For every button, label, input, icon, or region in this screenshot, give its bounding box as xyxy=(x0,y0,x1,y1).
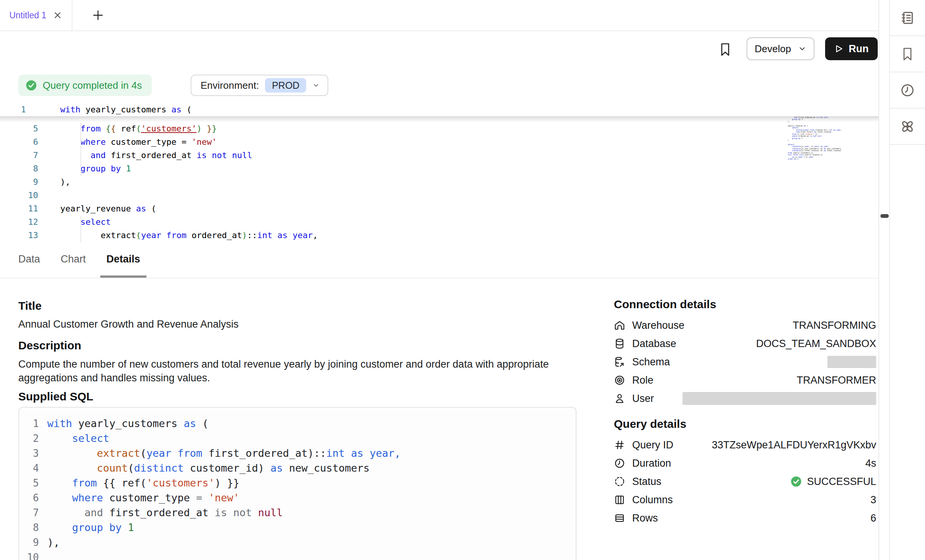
spinner-icon xyxy=(614,475,626,488)
title-value: Annual Customer Growth and Revenue Analy… xyxy=(18,318,239,330)
detail-value-text: 6 xyxy=(870,512,876,524)
detail-value: DOCS_TEAM_SANDBOX xyxy=(756,338,876,350)
tab-chart[interactable]: Chart xyxy=(55,243,92,278)
warehouse-icon xyxy=(614,319,626,331)
detail-value: 4s xyxy=(865,458,876,469)
editor-sticky-line[interactable]: 1with yearly_customers as ( xyxy=(0,103,878,116)
code-line[interactable]: 7 and first_ordered_at is not null xyxy=(0,149,686,162)
connection-detail-row: WarehouseTRANSFORMING xyxy=(614,316,876,334)
code-line[interactable]: 5 from {{ ref('customers') }} xyxy=(0,122,686,135)
bookmark-button[interactable] xyxy=(718,42,732,57)
detail-label: Duration xyxy=(632,458,671,469)
supplied-sql-code: 1with yearly_customers as (2 select3 ext… xyxy=(19,416,576,560)
query-status-banner: Query completed in 4s xyxy=(18,75,152,96)
detail-value-text: 4s xyxy=(865,458,876,469)
notebook-icon xyxy=(900,10,915,26)
duration-icon xyxy=(614,457,626,469)
detail-value: 6 xyxy=(870,512,876,524)
query-detail-row: Columns3 xyxy=(614,491,876,509)
line-number: 5 xyxy=(19,477,39,489)
code-text: extract(year from first_ordered_at)::int… xyxy=(47,447,401,459)
indent-guide xyxy=(80,216,81,243)
success-check-icon xyxy=(790,475,802,488)
environment-selector[interactable]: Environment: PROD xyxy=(191,75,328,96)
sidebar-button-notebook[interactable] xyxy=(890,0,925,36)
database-icon xyxy=(614,338,626,350)
code-line: 6 where customer_type = 'new' xyxy=(19,490,576,505)
run-button[interactable]: Run xyxy=(825,37,878,60)
connection-detail-row: Schema xyxy=(614,353,876,371)
query-status-text: Query completed in 4s xyxy=(43,80,142,91)
develop-dropdown[interactable]: Develop xyxy=(747,37,814,60)
line-number: 11 xyxy=(0,204,38,213)
redacted-value xyxy=(827,356,876,368)
detail-value-text: TRANSFORMING xyxy=(793,320,876,331)
environment-label: Environment: xyxy=(201,80,259,91)
connection-detail-row: User xyxy=(614,389,876,408)
code-line: 9), xyxy=(19,535,576,550)
code-text: ), xyxy=(47,536,60,548)
line-number: 3 xyxy=(19,448,39,459)
code-line[interactable]: 12 select xyxy=(0,215,686,229)
code-line: 8 group by 1 xyxy=(19,520,576,535)
tab-chart-label: Chart xyxy=(61,253,86,265)
detail-label: Columns xyxy=(632,494,673,506)
supplied-sql-heading: Supplied SQL xyxy=(18,390,93,403)
code-line[interactable]: 11yearly_revenue as ( xyxy=(0,202,686,215)
connection-details-list: WarehouseTRANSFORMINGDatabaseDOCS_TEAM_S… xyxy=(614,316,876,408)
columns-icon xyxy=(614,494,626,506)
code-text: group by 1 xyxy=(47,522,134,533)
connection-details-heading: Connection details xyxy=(614,298,716,311)
sticky-scroll-shadow xyxy=(0,116,878,122)
detail-label: Status xyxy=(632,476,662,488)
chevron-down-icon xyxy=(312,82,320,89)
sidebar-button-bookmark[interactable] xyxy=(890,36,925,72)
close-icon[interactable] xyxy=(53,10,63,20)
code-line[interactable]: 9), xyxy=(0,175,686,189)
sql-editor[interactable]: 1with yearly_customers as ( 5 from {{ re… xyxy=(0,103,878,243)
right-icon-sidebar xyxy=(890,0,925,560)
connection-detail-row: DatabaseDOCS_TEAM_SANDBOX xyxy=(614,334,876,353)
code-line: 10 xyxy=(19,550,576,560)
code-text: and first_ordered_at is not null xyxy=(60,150,252,160)
detail-value-text: SUCCESSFUL xyxy=(807,476,876,488)
detail-value-text: TRANSFORMER xyxy=(797,374,877,386)
role-icon xyxy=(614,374,626,386)
editor-code-area[interactable]: 5 from {{ ref('customers') }}6 where cus… xyxy=(0,122,686,242)
detail-value: 3 xyxy=(870,494,876,506)
check-circle-icon xyxy=(25,79,37,91)
query-details-list: Query ID33TZseWpe1ALFDUYerxR1gVKxbvDurat… xyxy=(614,436,876,527)
tab-untitled-1[interactable]: Untitled 1 xyxy=(0,0,72,30)
new-tab-button[interactable] xyxy=(86,0,110,30)
code-text: where customer_type = 'new' xyxy=(47,492,239,504)
hash-icon xyxy=(614,439,626,451)
line-number: 6 xyxy=(19,492,39,504)
line-number: 6 xyxy=(0,137,38,147)
app-window: Untitled 1 Develop Run Query completed xyxy=(0,0,925,560)
query-detail-row: Rows6 xyxy=(614,509,876,527)
code-line[interactable]: 6 where customer_type = 'new' xyxy=(0,135,686,149)
code-line[interactable]: 8 group by 1 xyxy=(0,162,686,175)
code-text: select xyxy=(47,432,109,444)
document-tabbar: Untitled 1 xyxy=(0,0,878,31)
query-details-heading: Query details xyxy=(614,418,686,430)
code-line[interactable]: 10 xyxy=(0,189,686,202)
line-number: 10 xyxy=(0,190,38,200)
tab-label: Untitled 1 xyxy=(9,10,46,21)
editor-minimap[interactable]: with yearly_customers as ( select extrac… xyxy=(788,104,864,230)
sidebar-button-lineage[interactable] xyxy=(890,109,925,145)
code-text: from {{ ref('customers') }} xyxy=(47,477,239,489)
code-text: with yearly_customers as ( xyxy=(47,418,209,429)
sidebar-button-history[interactable] xyxy=(890,72,925,109)
tab-details-label: Details xyxy=(106,253,140,265)
scrollbar-thumb[interactable] xyxy=(880,214,889,218)
line-number: 12 xyxy=(0,217,38,227)
tab-data[interactable]: Data xyxy=(12,243,46,278)
environment-value-badge: PROD xyxy=(265,78,306,93)
code-line[interactable]: 13 extract(year from ordered_at)::int as… xyxy=(0,229,686,242)
detail-label: Rows xyxy=(632,512,658,524)
tab-details[interactable]: Details xyxy=(100,243,146,278)
vertical-scrollbar[interactable] xyxy=(878,0,890,560)
code-text: count(distinct customer_id) as new_custo… xyxy=(47,462,369,474)
detail-value-text: DOCS_TEAM_SANDBOX xyxy=(756,338,876,350)
